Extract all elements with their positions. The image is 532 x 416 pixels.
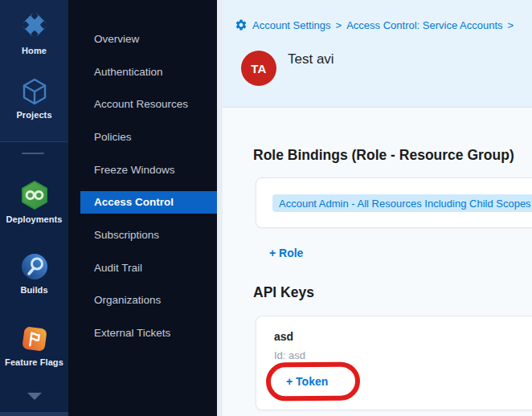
sidebar-bottom-strip [0,412,68,416]
add-token-button[interactable]: + Token [286,375,328,388]
nav-item-subscriptions[interactable]: Subscriptions [68,218,217,251]
sidebar-item-label: Feature Flags [5,357,63,367]
api-key-card: asd Id: asd + Token [256,316,532,410]
breadcrumb-separator: > [336,19,342,31]
sidebar-item-label: Projects [16,110,51,120]
api-key-id: Id: asd [274,349,305,361]
avatar: TA [241,51,276,86]
sidebar-item-label: Builds [20,285,47,295]
nav-item-account-resources[interactable]: Account Resources [68,88,217,120]
nav-item-freeze-windows[interactable]: Freeze Windows [68,153,217,186]
add-role-button[interactable]: + Role [269,247,303,259]
sidebar-item-home[interactable]: Home [0,8,68,55]
gear-icon [235,18,248,31]
nav-item-external-tickets[interactable]: External Tickets [68,316,217,349]
role-bindings-heading: Role Bindings (Role - Resource Group) [253,147,514,164]
sidebar-item-label: Deployments [6,214,62,224]
sidebar-item-deployments[interactable]: Deployments [0,180,68,224]
sidebar-item-builds[interactable]: Builds [0,252,68,295]
content-left-edge [217,0,223,416]
role-binding-tag[interactable]: Account Admin - All Resources Including … [272,194,532,212]
nav-item-audit-trail[interactable]: Audit Trail [68,251,217,284]
harness-home-icon [18,8,51,42]
deployments-infinity-icon [19,180,50,210]
settings-nav: Overview Authentication Account Resource… [68,0,217,416]
api-key-name: asd [274,330,293,343]
sidebar-divider [22,153,44,154]
api-keys-heading: API Keys [253,284,314,301]
chevron-down-icon [27,393,42,400]
breadcrumb: Account Settings > Access Control: Servi… [235,18,514,31]
nav-item-overview[interactable]: Overview [68,22,217,55]
sidebar-item-projects[interactable]: Projects [0,77,68,120]
page-title: Test avi [288,51,334,67]
app-window: Home Projects [0,0,532,416]
builds-magnifier-icon [20,252,49,281]
breadcrumb-access-control-service-accounts[interactable]: Access Control: Service Accounts [346,19,502,31]
sidebar-item-feature-flags[interactable]: Feature Flags [0,324,68,367]
nav-item-authentication[interactable]: Authentication [68,55,217,88]
breadcrumb-account-settings[interactable]: Account Settings [252,19,331,31]
breadcrumb-separator: > [508,19,514,31]
sidebar-collapse-button[interactable] [0,393,68,400]
nav-item-organizations[interactable]: Organizations [68,284,217,317]
role-bindings-card: Account Admin - All Resources Including … [256,177,532,228]
module-sidebar: Home Projects [0,0,68,416]
nav-item-access-control[interactable]: Access Control [80,191,217,214]
main-content: Account Settings > Access Control: Servi… [217,0,532,416]
projects-cube-icon [20,77,49,106]
page-header: Account Settings > Access Control: Servi… [217,0,532,108]
feature-flags-flag-icon [20,324,49,353]
nav-item-policies[interactable]: Policies [68,120,217,153]
sidebar-item-label: Home [22,46,47,55]
